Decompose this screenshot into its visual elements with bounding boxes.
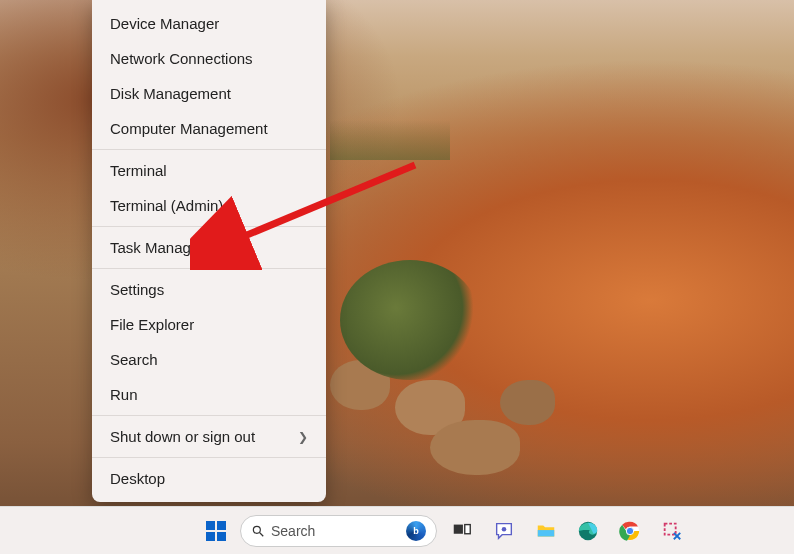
chrome-icon <box>619 520 641 542</box>
taskbar: Search b <box>0 506 794 554</box>
wallpaper-decor <box>340 260 480 380</box>
search-icon <box>251 524 265 538</box>
svg-line-2 <box>260 532 264 536</box>
menu-item-label: Device Manager <box>110 15 219 32</box>
file-explorer-button[interactable] <box>529 514 563 548</box>
menu-item-terminal-admin-[interactable]: Terminal (Admin) <box>92 188 326 223</box>
wallpaper-decor <box>330 120 450 160</box>
svg-point-1 <box>253 526 260 533</box>
snipping-tool-icon <box>661 520 683 542</box>
menu-item-label: Desktop <box>110 470 165 487</box>
menu-item-settings[interactable]: Settings <box>92 272 326 307</box>
menu-item-label: File Explorer <box>110 316 194 333</box>
start-button[interactable] <box>200 515 232 547</box>
menu-item-label: Computer Management <box>110 120 268 137</box>
chevron-right-icon: ❯ <box>298 430 308 444</box>
menu-item-label: Terminal (Admin) <box>110 197 223 214</box>
task-view-button[interactable] <box>445 514 479 548</box>
menu-separator <box>92 415 326 416</box>
chrome-button[interactable] <box>613 514 647 548</box>
menu-item-label: Run <box>110 386 138 403</box>
taskbar-search[interactable]: Search b <box>240 515 437 547</box>
menu-item-run[interactable]: Run <box>92 377 326 412</box>
menu-separator <box>92 457 326 458</box>
menu-item-label: Search <box>110 351 158 368</box>
menu-separator <box>92 226 326 227</box>
menu-item-search[interactable]: Search <box>92 342 326 377</box>
menu-item-label: Disk Management <box>110 85 231 102</box>
task-view-icon <box>451 520 473 542</box>
menu-item-label: Terminal <box>110 162 167 179</box>
menu-item-label: Task Manager <box>110 239 204 256</box>
menu-item-file-explorer[interactable]: File Explorer <box>92 307 326 342</box>
menu-item-terminal[interactable]: Terminal <box>92 153 326 188</box>
wallpaper-decor <box>430 420 520 475</box>
menu-item-disk-management[interactable]: Disk Management <box>92 76 326 111</box>
svg-rect-6 <box>538 530 555 536</box>
svg-point-5 <box>502 526 507 531</box>
menu-item-network-connections[interactable]: Network Connections <box>92 41 326 76</box>
taskbar-search-placeholder: Search <box>271 523 400 539</box>
edge-icon <box>577 520 599 542</box>
menu-separator <box>92 149 326 150</box>
menu-item-label: Shut down or sign out <box>110 428 255 445</box>
menu-item-label: Network Connections <box>110 50 253 67</box>
menu-item-computer-management[interactable]: Computer Management <box>92 111 326 146</box>
windows-logo-icon <box>206 521 226 541</box>
edge-button[interactable] <box>571 514 605 548</box>
menu-separator <box>92 268 326 269</box>
wallpaper-decor <box>500 380 555 425</box>
menu-item-device-manager[interactable]: Device Manager <box>92 6 326 41</box>
menu-item-shut-down-or-sign-out[interactable]: Shut down or sign out❯ <box>92 419 326 454</box>
chat-button[interactable] <box>487 514 521 548</box>
svg-rect-3 <box>454 524 463 533</box>
menu-item-task-manager[interactable]: Task Manager <box>92 230 326 265</box>
bing-icon: b <box>406 521 426 541</box>
menu-item-label: Settings <box>110 281 164 298</box>
winx-context-menu: Device ManagerNetwork ConnectionsDisk Ma… <box>92 0 326 502</box>
snipping-tool-button[interactable] <box>655 514 689 548</box>
chat-icon <box>493 520 515 542</box>
menu-item-desktop[interactable]: Desktop <box>92 461 326 496</box>
folder-icon <box>535 520 557 542</box>
svg-rect-4 <box>465 524 471 533</box>
